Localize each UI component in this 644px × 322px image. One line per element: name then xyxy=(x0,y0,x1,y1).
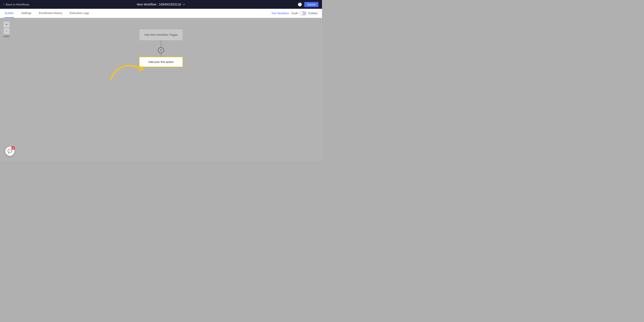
tab-execution-logs[interactable]: Execution Logs xyxy=(69,9,90,18)
edit-title-icon[interactable]: ✏ xyxy=(183,3,185,6)
publish-label: Publish xyxy=(308,12,318,15)
zoom-in-button[interactable]: + xyxy=(4,22,10,28)
back-chevron-icon: ‹ xyxy=(4,3,4,6)
back-button[interactable]: ‹ Back to Workflows xyxy=(4,3,29,6)
workflow-canvas: + − 100% Add New Workflow Trigger + Add … xyxy=(0,18,322,161)
action-node-label: Add your first action xyxy=(148,60,174,64)
zoom-level: 100% xyxy=(4,35,10,38)
tab-bar: Builder Settings Enrollment History Exec… xyxy=(0,9,322,18)
draft-label: Draft xyxy=(292,12,298,15)
workflow-nodes-area: Add New Workflow Trigger + Add your firs… xyxy=(139,29,183,67)
top-bar: ‹ Back to Workflows New Workflow : 16945… xyxy=(0,0,322,9)
trigger-node[interactable]: Add New Workflow Trigger xyxy=(139,29,183,41)
tabs-container: Builder Settings Enrollment History Exec… xyxy=(4,9,90,18)
draft-publish-toggle[interactable] xyxy=(300,12,306,15)
test-workflow-button[interactable]: Test Workflow xyxy=(272,12,289,15)
top-bar-actions: 🕐 Saved xyxy=(298,2,318,7)
zoom-controls: + − 100% xyxy=(4,22,10,38)
back-label: Back to Workflows xyxy=(6,3,29,6)
chat-widget[interactable]: 💬 4 xyxy=(5,147,14,156)
zoom-out-button[interactable]: − xyxy=(4,28,10,34)
trigger-node-label: Add New Workflow Trigger xyxy=(144,33,178,36)
tab-settings[interactable]: Settings xyxy=(20,9,32,18)
chat-badge: 4 xyxy=(12,146,15,150)
workflow-title-area: New Workflow : 1694501933116 ✏ xyxy=(137,3,185,6)
draft-publish-toggle-area: Draft Publish xyxy=(292,12,318,15)
tab-builder[interactable]: Builder xyxy=(4,9,14,18)
connector-line-2 xyxy=(161,53,161,57)
connector-line-1 xyxy=(161,41,161,47)
workflow-title: New Workflow : 1694501933116 xyxy=(137,3,181,6)
tab-bar-right: Test Workflow Draft Publish xyxy=(272,12,318,15)
chat-icon: 💬 xyxy=(8,149,12,154)
clock-icon[interactable]: 🕐 xyxy=(298,3,302,7)
tab-enrollment-history[interactable]: Enrollment History xyxy=(38,9,62,18)
action-node[interactable]: Add your first action xyxy=(139,57,183,67)
add-node-button[interactable]: + xyxy=(158,47,164,53)
saved-button[interactable]: Saved xyxy=(304,2,318,7)
add-node-icon: + xyxy=(160,48,162,53)
